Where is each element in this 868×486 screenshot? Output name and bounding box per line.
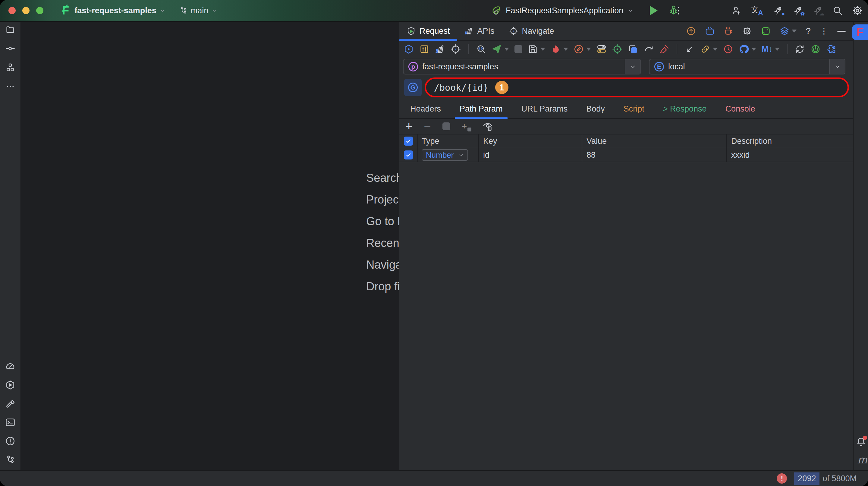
- edit-doc-menu[interactable]: [574, 44, 591, 54]
- preview-params-icon[interactable]: [482, 121, 493, 132]
- services-toolwindow-icon[interactable]: [5, 380, 16, 390]
- tab-request[interactable]: Request: [399, 22, 457, 40]
- commit-toolwindow-icon[interactable]: [5, 44, 15, 53]
- clear-rows-icon[interactable]: [442, 122, 450, 130]
- coffee-icon[interactable]: [724, 26, 733, 36]
- macos-traffic-lights: [8, 7, 43, 14]
- api-list-icon[interactable]: [435, 44, 445, 54]
- run-configuration-widget[interactable]: FastRequestSamplesApplication: [491, 0, 679, 21]
- project-toolwindow-icon[interactable]: [5, 25, 15, 34]
- rocket-cloud-icon-disabled: ☁: [812, 5, 823, 16]
- github-menu[interactable]: [739, 44, 756, 54]
- type-select[interactable]: Number: [422, 149, 468, 161]
- toggles-icon[interactable]: [596, 44, 607, 54]
- endpoints-toolwindow-icon[interactable]: [5, 361, 16, 371]
- dropdown-arrow-icon: [751, 48, 756, 51]
- notifications-bell[interactable]: [856, 436, 867, 447]
- tab-path-param[interactable]: Path Param: [460, 100, 503, 118]
- markdown-icon: M↓: [762, 44, 772, 54]
- param-key-cell[interactable]: id: [479, 148, 582, 161]
- tv-icon[interactable]: [705, 26, 715, 36]
- error-badge[interactable]: !: [777, 473, 787, 484]
- param-value-cell[interactable]: 88: [582, 148, 727, 161]
- project-select-arrow[interactable]: [625, 59, 641, 74]
- annotation-mark-badge: 1: [495, 81, 508, 94]
- panel-settings-gear-icon[interactable]: [742, 26, 752, 36]
- terminal-toolwindow-icon[interactable]: [5, 417, 16, 427]
- project-config-icon[interactable]: [404, 44, 414, 54]
- remove-row-icon[interactable]: −: [424, 120, 431, 132]
- hide-panel-icon[interactable]: [837, 31, 846, 32]
- param-description-cell[interactable]: xxxid: [727, 148, 853, 161]
- select-all-checkbox[interactable]: [404, 136, 413, 146]
- tab-script[interactable]: Script: [624, 100, 644, 118]
- history-clock-icon[interactable]: [723, 44, 733, 54]
- http-method-badge[interactable]: G: [404, 79, 422, 96]
- link-menu[interactable]: [700, 44, 718, 54]
- target-icon[interactable]: [612, 44, 622, 54]
- search-api-icon[interactable]: [476, 44, 486, 54]
- structure-toolwindow-icon[interactable]: [5, 63, 15, 72]
- chevron-down-icon: [627, 7, 633, 13]
- code-with-me-icon[interactable]: [731, 5, 741, 16]
- locate-icon[interactable]: [451, 44, 461, 54]
- power-status-icon[interactable]: [810, 44, 821, 54]
- minimize-window-button[interactable]: [22, 7, 30, 14]
- tab-headers[interactable]: Headers: [410, 100, 441, 118]
- expand-icon[interactable]: [761, 26, 771, 36]
- more-toolwindows-icon[interactable]: [5, 82, 15, 91]
- hot-actions-menu[interactable]: [551, 44, 568, 54]
- tab-console[interactable]: Console: [725, 100, 755, 118]
- send-request-menu[interactable]: [492, 44, 509, 54]
- memory-widget-label[interactable]: m: [857, 453, 867, 466]
- memory-used: 2092: [794, 473, 819, 485]
- search-everywhere-icon[interactable]: [832, 5, 843, 16]
- close-window-button[interactable]: [8, 7, 16, 14]
- redo-icon[interactable]: [644, 44, 654, 54]
- clear-broom-icon[interactable]: [659, 44, 670, 54]
- rocket-settings-icon[interactable]: ✿: [793, 5, 803, 16]
- tab-response[interactable]: > Response: [663, 100, 707, 118]
- url-input[interactable]: /book/{id} 1: [425, 78, 849, 97]
- project-switcher[interactable]: fast-request-samples: [74, 6, 156, 16]
- zoom-window-button[interactable]: [36, 7, 43, 14]
- titlebar: F fast-request-samples main FastRequestS…: [0, 0, 868, 22]
- tab-navigate[interactable]: Navigate: [502, 22, 561, 40]
- project-select[interactable]: p fast-request-samples: [403, 59, 641, 74]
- tab-url-params[interactable]: URL Params: [521, 100, 568, 118]
- run-button[interactable]: [650, 6, 658, 16]
- upgrade-icon[interactable]: [686, 26, 696, 36]
- check-icon: [405, 152, 411, 158]
- more-actions-icon[interactable]: ⋮: [674, 8, 683, 13]
- duplicate-row-icon[interactable]: +: [462, 122, 471, 131]
- environment-select-arrow[interactable]: [829, 59, 845, 74]
- tab-navigate-label: Navigate: [522, 27, 554, 36]
- import-icon[interactable]: [684, 44, 695, 54]
- layers-menu[interactable]: [780, 26, 797, 36]
- translate-icon[interactable]: 文A: [751, 5, 763, 16]
- plugin-puzzle-icon[interactable]: [826, 44, 836, 54]
- fast-request-floating-logo[interactable]: F: [852, 24, 868, 40]
- problems-toolwindow-icon[interactable]: [5, 436, 16, 446]
- request-toolbar: M↓: [399, 41, 853, 58]
- sync-refresh-icon[interactable]: [795, 44, 805, 54]
- copy-icon[interactable]: [628, 44, 638, 54]
- save-request-menu[interactable]: [528, 44, 545, 54]
- tab-body[interactable]: Body: [586, 100, 605, 118]
- markdown-export-menu[interactable]: M↓: [762, 44, 780, 54]
- tab-apis[interactable]: APIs: [457, 22, 502, 40]
- filter-settings-icon[interactable]: [419, 44, 430, 54]
- git-toolwindow-icon[interactable]: [5, 455, 16, 465]
- navigate-crosshair-icon: [509, 27, 518, 36]
- add-row-icon[interactable]: +: [405, 120, 412, 132]
- memory-indicator[interactable]: 2092 of 5800M: [794, 473, 857, 485]
- stop-request-icon-disabled: [515, 45, 522, 53]
- run-anything-icon[interactable]: ▸: [773, 5, 783, 16]
- panel-more-icon[interactable]: ⋮: [820, 28, 828, 33]
- row-checkbox[interactable]: [404, 150, 413, 159]
- build-toolwindow-icon[interactable]: [5, 399, 16, 409]
- vcs-branch-widget[interactable]: main: [179, 6, 218, 16]
- help-icon[interactable]: ?: [806, 26, 811, 36]
- settings-gear-icon[interactable]: [852, 5, 863, 16]
- environment-select[interactable]: E local: [649, 59, 845, 74]
